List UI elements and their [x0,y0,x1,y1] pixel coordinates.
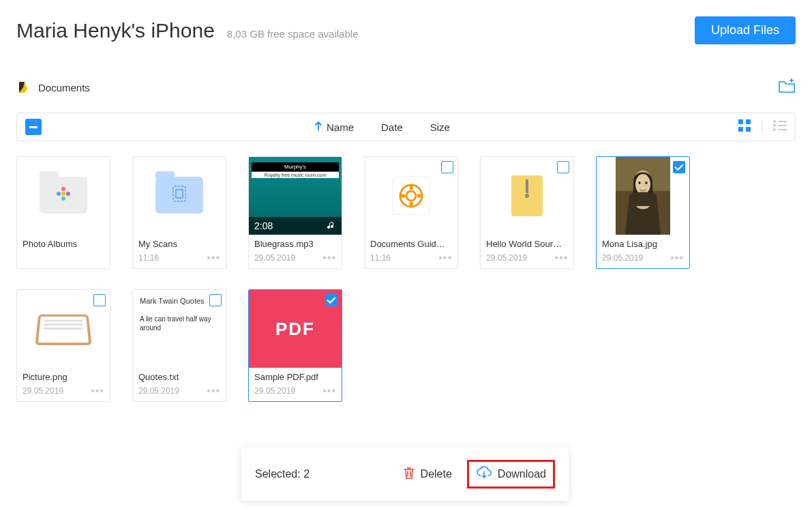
file-thumbnail [481,157,573,235]
file-thumbnail: PDF [249,290,342,368]
file-checkbox[interactable] [441,161,453,173]
file-grid: Photo Albums My Scans 11:16••• Murphy'sR… [16,156,796,402]
more-options-icon[interactable]: ••• [322,254,336,261]
file-checkbox[interactable] [673,161,685,173]
file-card[interactable]: Mona Lisa.jpg 29.05.2019••• [596,156,690,269]
grid-view-icon[interactable] [738,119,751,134]
svg-point-13 [61,187,65,191]
file-card[interactable]: Murphy'sRoyalty free music room.com2:08 … [248,156,342,269]
free-space-label: 8,03 GB free space available [227,28,359,40]
file-date: 29.05.2019 [138,386,179,396]
svg-point-6 [773,120,776,123]
more-options-icon[interactable]: ••• [554,254,568,261]
file-thumbnail [365,157,457,235]
sort-by-size[interactable]: Size [430,121,450,133]
svg-rect-17 [173,186,185,201]
file-thumbnail: Mark Twain QuotesA lie can travel half w… [133,290,226,368]
svg-point-27 [639,181,641,184]
file-card[interactable]: Picture.png 29.05.2019••• [16,289,110,402]
svg-point-12 [61,192,65,196]
more-options-icon[interactable]: ••• [438,254,452,261]
file-card[interactable]: Mark Twain QuotesA lie can travel half w… [132,289,226,402]
header: Maria Henyk's iPhone 8,03 GB free space … [16,16,796,44]
svg-point-8 [773,124,776,127]
documents-app-icon [16,81,30,94]
more-options-icon[interactable]: ••• [207,388,220,394]
svg-point-28 [646,181,648,184]
file-date: 29.05.2019 [254,386,295,396]
svg-point-14 [61,197,65,201]
file-name: Sample PDF.pdf [254,372,336,382]
trash-icon [403,466,415,482]
breadcrumb-label: Documents [38,82,90,93]
file-checkbox[interactable] [209,294,222,306]
toolbar: Name Date Size [16,113,796,141]
file-date: 29.05.2019 [254,253,295,263]
svg-rect-21 [526,179,528,193]
svg-rect-2 [738,119,743,124]
selected-count-label: Selected: 2 [255,468,310,480]
svg-rect-4 [738,127,743,132]
file-card[interactable]: Photo Albums [16,156,110,269]
file-thumbnail [133,157,226,235]
new-folder-icon[interactable] [778,78,796,96]
delete-button[interactable]: Delete [397,463,457,485]
svg-point-26 [635,174,650,194]
divider [762,120,762,134]
svg-rect-3 [746,119,751,124]
svg-point-15 [57,192,61,196]
more-options-icon[interactable]: ••• [322,388,336,394]
svg-point-10 [773,128,776,131]
file-name: Bluegrass.mp3 [254,239,336,249]
action-bar: Selected: 2 Delete Download [241,448,569,501]
file-date: 11:16 [138,253,159,263]
more-options-icon[interactable]: ••• [91,388,104,394]
file-name: Picture.png [22,372,104,382]
file-card[interactable]: PDF Sample PDF.pdf 29.05.2019••• [248,289,342,402]
file-thumbnail [17,290,110,368]
file-date: 29.05.2019 [602,253,643,263]
file-card[interactable]: Documents Guid… 11:16••• [364,156,458,269]
svg-rect-5 [746,127,751,132]
select-all-checkbox[interactable] [25,119,42,135]
svg-point-20 [406,191,416,201]
svg-point-22 [525,194,529,198]
file-name: Quotes.txt [138,372,220,382]
svg-point-16 [66,192,70,196]
more-options-icon[interactable]: ••• [207,254,220,261]
file-card[interactable]: My Scans 11:16••• [132,156,226,269]
svg-rect-18 [176,190,183,198]
file-name: Photo Albums [22,239,104,249]
file-checkbox[interactable] [325,294,337,306]
file-date: 11:16 [370,253,391,263]
file-thumbnail: Murphy'sRoyalty free music room.com2:08 [249,157,342,235]
sort-by-date[interactable]: Date [381,121,403,133]
file-name: My Scans [138,239,220,249]
list-view-icon[interactable] [773,120,787,134]
file-name: Mona Lisa.jpg [602,239,684,249]
sort-ascending-icon [314,121,322,133]
device-title: Maria Henyk's iPhone [16,19,215,42]
upload-files-button[interactable]: Upload Files [695,16,796,44]
file-checkbox[interactable] [557,161,569,173]
file-thumbnail [597,157,689,235]
file-thumbnail [17,157,110,235]
download-button[interactable]: Download [467,460,555,489]
more-options-icon[interactable]: ••• [670,254,684,261]
sort-by-name[interactable]: Name [314,121,354,133]
file-date: 29.05.2019 [22,386,63,396]
svg-rect-7 [778,121,787,122]
svg-rect-9 [778,125,787,126]
file-card[interactable]: Hello World Sour… 29.05.2019••• [480,156,574,269]
file-name: Hello World Sour… [486,239,568,249]
file-date: 29.05.2019 [486,253,527,263]
file-checkbox[interactable] [93,294,106,306]
svg-rect-11 [778,129,787,130]
file-name: Documents Guid… [370,239,452,249]
breadcrumb[interactable]: Documents [16,81,90,94]
music-note-icon [327,220,336,232]
cloud-download-icon [476,466,492,482]
